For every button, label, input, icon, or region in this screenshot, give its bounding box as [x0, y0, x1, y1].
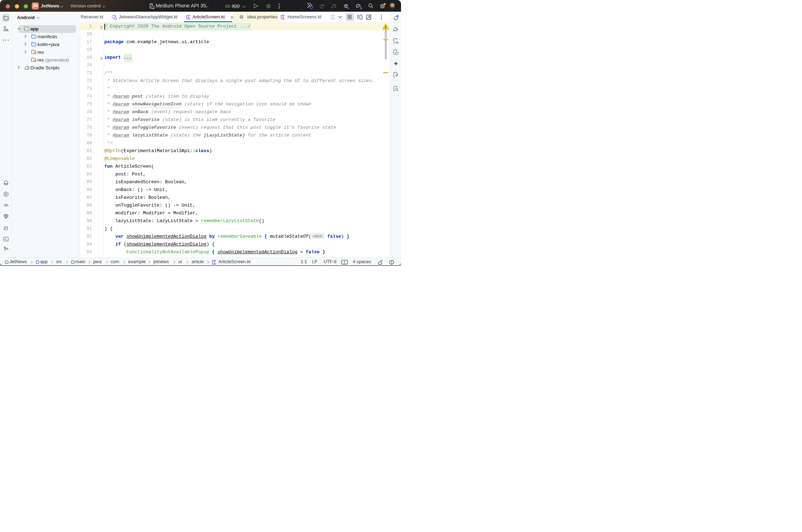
- svg-text:A: A: [321, 6, 323, 9]
